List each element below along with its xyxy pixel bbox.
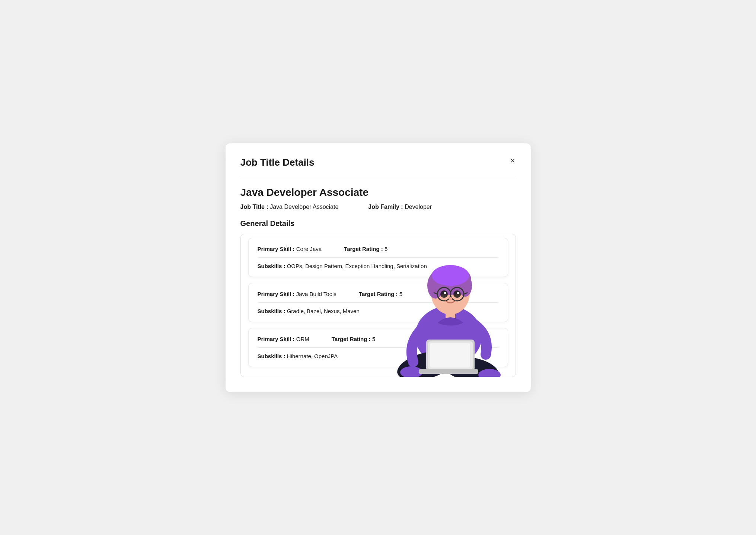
target-rating-label-3: Target Rating :: [332, 336, 371, 342]
subskills-label-2: Subskills :: [258, 308, 286, 314]
subskills-value-3: Hibernate, OpenJPA: [287, 353, 338, 359]
svg-point-23: [449, 297, 452, 300]
modal-header: Job Title Details ×: [240, 157, 516, 168]
job-title-value: Java Developer Associate: [270, 204, 338, 210]
svg-point-19: [440, 290, 448, 298]
job-heading: Java Developer Associate: [240, 187, 516, 198]
primary-skill-field-1: Primary Skill : Core Java: [258, 246, 322, 252]
target-rating-label-1: Target Rating :: [344, 246, 383, 252]
section-title: General Details: [240, 219, 516, 228]
illustration-container: [382, 228, 516, 377]
developer-illustration: [382, 228, 516, 377]
svg-rect-7: [419, 369, 478, 374]
svg-point-13: [432, 265, 469, 286]
svg-point-21: [444, 292, 446, 294]
subskills-label-1: Subskills :: [258, 263, 286, 269]
job-family-value: Developer: [405, 204, 432, 210]
job-title-field: Job Title : Java Developer Associate: [240, 204, 339, 210]
primary-skill-label-2: Primary Skill :: [258, 291, 295, 297]
primary-skill-value-1: Core Java: [296, 246, 322, 252]
job-family-label: Job Family :: [368, 204, 403, 210]
primary-skill-label-3: Primary Skill :: [258, 336, 295, 342]
job-family-field: Job Family : Developer: [368, 204, 432, 210]
job-title-label: Job Title :: [240, 204, 268, 210]
target-rating-field-1: Target Rating : 5: [344, 246, 387, 252]
svg-point-20: [453, 290, 461, 298]
close-button[interactable]: ×: [510, 157, 516, 165]
modal-container: Job Title Details × Java Developer Assoc…: [226, 143, 531, 392]
modal-title: Job Title Details: [240, 157, 315, 168]
meta-row: Job Title : Java Developer Associate Job…: [240, 204, 516, 210]
svg-rect-8: [430, 343, 470, 367]
general-details-box: Primary Skill : Core Java Target Rating …: [240, 234, 516, 377]
primary-skill-field-3: Primary Skill : ORM: [258, 336, 309, 342]
subskills-value-2: Gradle, Bazel, Nexus, Maven: [287, 308, 360, 314]
target-rating-value-3: 5: [372, 336, 375, 342]
subskills-label-3: Subskills :: [258, 353, 286, 359]
primary-skill-field-2: Primary Skill : Java Build Tools: [258, 291, 336, 297]
primary-skill-value-3: ORM: [296, 336, 309, 342]
primary-skill-value-2: Java Build Tools: [296, 291, 336, 297]
target-rating-field-3: Target Rating : 5: [332, 336, 375, 342]
header-divider: [240, 176, 516, 176]
primary-skill-label-1: Primary Skill :: [258, 246, 295, 252]
svg-point-22: [457, 292, 459, 294]
general-details-section: General Details Primary Skill : Core Jav…: [240, 219, 516, 377]
